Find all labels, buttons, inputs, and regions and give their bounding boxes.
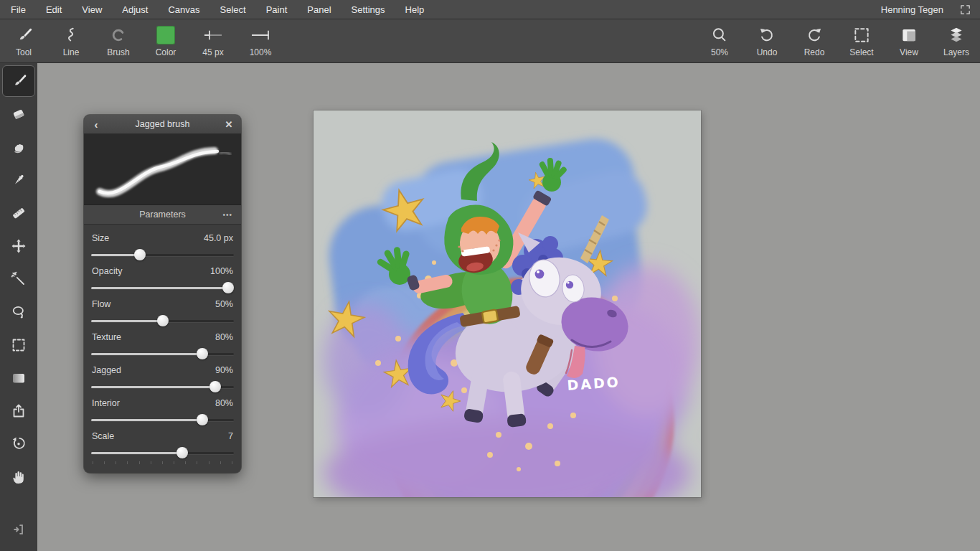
slider-fill: [91, 452, 182, 454]
toolbar-undo-button[interactable]: Undo: [743, 19, 791, 62]
layers-icon: [947, 24, 966, 46]
tool-rotate[interactable]: [2, 428, 35, 460]
menu-canvas[interactable]: Canvas: [158, 0, 209, 19]
magic-wand-icon: [10, 270, 27, 288]
toolbar-color-label: Color: [156, 47, 176, 57]
menu-panel[interactable]: Panel: [297, 0, 341, 19]
tool-move[interactable]: [2, 230, 35, 262]
menu-file[interactable]: File: [0, 0, 36, 19]
tool-gradient[interactable]: [2, 362, 35, 394]
slider-fill: [91, 419, 202, 421]
slider-interior-track[interactable]: [91, 413, 234, 427]
move-arrows-icon: [10, 237, 27, 255]
tool-pan[interactable]: [2, 461, 35, 493]
slider-handle[interactable]: [222, 282, 234, 293]
menu-settings[interactable]: Settings: [341, 0, 395, 19]
tool-eyedropper[interactable]: [2, 164, 35, 196]
slider-interior-label: Interior: [92, 398, 120, 408]
slider-flow-label: Flow: [92, 299, 110, 309]
toolbar-zoom-button[interactable]: 50%: [696, 19, 743, 62]
mini-slider-right-icon: [250, 24, 271, 46]
menu-select[interactable]: Select: [210, 0, 256, 19]
slider-texture: Texture 80%: [91, 332, 234, 361]
tool-rect-select[interactable]: [2, 329, 35, 361]
toolbar-layers-button[interactable]: Layers: [933, 19, 980, 62]
smudge-finger-icon: [10, 138, 27, 156]
undo-icon: [758, 24, 776, 46]
slider-size-value: 45.0 px: [204, 233, 233, 243]
toolbar-brush-button[interactable]: Brush: [95, 19, 142, 62]
overflow-menu-icon[interactable]: •••: [220, 211, 241, 219]
brush-stroke-preview: [84, 134, 241, 205]
sliders-section: Size 45.0 px Opacity 100%: [84, 225, 241, 473]
tool-smudge[interactable]: [2, 131, 35, 163]
toolbar-select-button[interactable]: Select: [838, 19, 885, 62]
slider-opacity-label: Opacity: [92, 266, 122, 276]
paintbrush-icon: [14, 24, 33, 46]
slider-size: Size 45.0 px: [91, 233, 234, 262]
account-name[interactable]: Henning Tegen: [881, 4, 943, 15]
paintbrush-icon: [10, 72, 27, 90]
toolbar-color-button[interactable]: Color: [142, 19, 189, 62]
toolbar-line-button[interactable]: Line: [47, 19, 95, 62]
canvas-artwork: DADO: [314, 110, 701, 497]
menu-help[interactable]: Help: [395, 0, 435, 19]
slider-jagged-label: Jagged: [92, 365, 121, 375]
slider-fill: [91, 254, 140, 256]
tool-export[interactable]: [2, 395, 35, 427]
slider-handle[interactable]: [209, 381, 221, 392]
tool-lasso[interactable]: [2, 296, 35, 328]
toolbar-select-label: Select: [849, 47, 873, 57]
gradient-icon: [10, 369, 27, 387]
menu-paint[interactable]: Paint: [256, 0, 298, 19]
slider-flow-track[interactable]: [91, 314, 234, 328]
menu-bar: File Edit View Adjust Canvas Select Pain…: [0, 0, 980, 19]
slider-handle[interactable]: [176, 447, 188, 458]
collapse-sidebar-icon: [11, 522, 26, 537]
tool-column: [0, 63, 37, 551]
slider-size-track[interactable]: [91, 248, 234, 262]
view-panel-icon: [900, 24, 918, 46]
toolbar-tool-button[interactable]: Tool: [0, 19, 47, 62]
slider-handle[interactable]: [197, 414, 208, 425]
export-share-icon: [10, 402, 27, 420]
slider-interior: Interior 80%: [91, 398, 234, 427]
slider-texture-track[interactable]: [91, 347, 234, 361]
slider-texture-label: Texture: [92, 332, 121, 342]
toolbar-line-label: Line: [63, 47, 80, 57]
slider-handle[interactable]: [134, 249, 146, 260]
close-icon[interactable]: ✕: [217, 119, 241, 130]
toolbar-view-button[interactable]: View: [885, 19, 933, 62]
magnifier-icon: [710, 24, 729, 46]
tool-paint-brush[interactable]: [2, 65, 35, 97]
slider-handle[interactable]: [157, 315, 169, 326]
back-icon[interactable]: ‹: [84, 118, 108, 131]
slider-jagged-track[interactable]: [91, 380, 234, 394]
brush-panel: ‹ Jagged brush ✕ Parameters ••• Size 45.…: [84, 115, 241, 473]
canvas[interactable]: DADO: [314, 110, 701, 497]
tool-collapse-sidebar[interactable]: [2, 514, 35, 545]
slider-opacity-track[interactable]: [91, 281, 234, 295]
ruler-icon: [10, 204, 27, 222]
rotate-icon: [10, 435, 27, 453]
tool-ruler[interactable]: [2, 197, 35, 229]
marquee-icon: [852, 24, 871, 46]
toolbar-size-button[interactable]: 45 px: [189, 19, 237, 62]
toolbar-layers-label: Layers: [943, 47, 969, 57]
menu-adjust[interactable]: Adjust: [112, 0, 158, 19]
menu-view[interactable]: View: [72, 0, 112, 19]
slider-texture-value: 80%: [215, 332, 233, 342]
tool-eraser[interactable]: [2, 98, 35, 130]
toolbar-view-label: View: [900, 47, 918, 57]
slider-opacity: Opacity 100%: [91, 266, 234, 295]
toolbar-redo-button[interactable]: Redo: [791, 19, 838, 62]
slider-handle[interactable]: [197, 348, 208, 359]
slider-scale-track[interactable]: [91, 446, 234, 460]
toolbar-opacity-button[interactable]: 100%: [237, 19, 284, 62]
fullscreen-icon[interactable]: [959, 4, 971, 16]
lasso-icon: [10, 303, 27, 321]
toolbar-tool-label: Tool: [16, 47, 32, 57]
tool-magic-wand[interactable]: [2, 263, 35, 295]
toolbar-opacity-label: 100%: [250, 47, 272, 57]
menu-edit[interactable]: Edit: [36, 0, 72, 19]
